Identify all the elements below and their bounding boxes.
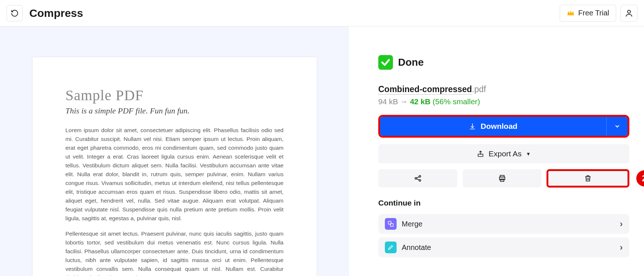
svg-point-0 (628, 10, 630, 13)
size-new: 42 kB (410, 97, 430, 106)
tool-annotate-label: Annotate (402, 243, 431, 252)
continue-in-label: Continue in (378, 199, 629, 207)
top-bar: Compress Free Trial (0, 0, 644, 26)
result-panel: Done Combined-compressed.pdf 94 kB → 42 … (349, 26, 644, 276)
document-preview-pane[interactable]: Sample PDF This is a simple PDF file. Fu… (0, 26, 349, 276)
doc-subtitle: This is a simple PDF file. Fun fun fun. (66, 106, 284, 116)
size-row: 94 kB → 42 kB (56% smaller) (378, 97, 629, 106)
size-old: 94 kB (378, 97, 398, 106)
download-button[interactable]: Download (380, 117, 606, 136)
document-page: Sample PDF This is a simple PDF file. Fu… (33, 57, 317, 276)
content-area: Sample PDF This is a simple PDF file. Fu… (0, 26, 644, 276)
free-trial-label: Free Trial (578, 9, 609, 17)
download-label: Download (481, 122, 517, 131)
caret-down-icon: ▼ (526, 151, 531, 157)
arrow-icon: → (400, 97, 408, 106)
annotate-icon (385, 242, 397, 253)
download-dropdown-button[interactable] (606, 117, 628, 136)
svg-line-5 (416, 177, 419, 178)
filename[interactable]: Combined-compressed (378, 84, 472, 95)
doc-para-1: Lorem ipsum dolor sit amet, consectetuer… (66, 126, 284, 223)
share-icon (414, 174, 422, 182)
delete-button[interactable] (547, 169, 629, 188)
top-right-group: Free Trial (560, 5, 637, 22)
export-icon (477, 150, 484, 157)
download-group: 1 Download (378, 115, 629, 138)
chevron-right-icon: › (620, 242, 623, 253)
crown-icon (567, 10, 575, 17)
top-left-group: Compress (7, 5, 83, 21)
filename-row: Combined-compressed.pdf (378, 84, 629, 94)
doc-para-2: Pellentesque sit amet lectus. Praesent p… (66, 229, 284, 276)
download-icon (469, 123, 476, 130)
svg-line-6 (416, 179, 419, 180)
free-trial-button[interactable]: Free Trial (560, 5, 616, 22)
print-button[interactable] (463, 169, 542, 188)
doc-body: Lorem ipsum dolor sit amet, consectetuer… (66, 126, 284, 276)
annotation-callout-2: 2 (636, 170, 644, 186)
back-button[interactable] (7, 5, 23, 21)
merge-icon (385, 218, 397, 230)
status-row: Done (378, 55, 629, 70)
tool-merge-button[interactable]: Merge › (378, 214, 629, 234)
tool-annotate-button[interactable]: Annotate › (378, 237, 629, 257)
chevron-down-icon (614, 123, 621, 130)
export-as-label: Export As (489, 149, 522, 158)
print-icon (498, 174, 506, 182)
secondary-actions-row: 2 (378, 169, 629, 188)
tool-merge-label: Merge (402, 220, 423, 228)
trash-icon (584, 174, 592, 182)
undo-icon (11, 9, 19, 17)
user-icon (625, 9, 633, 18)
page-title: Compress (29, 7, 83, 19)
export-as-button[interactable]: Export As ▼ (378, 144, 629, 163)
check-icon (378, 55, 393, 70)
user-button[interactable] (621, 5, 637, 22)
status-text: Done (398, 57, 424, 68)
doc-heading: Sample PDF (66, 87, 284, 104)
chevron-right-icon: › (620, 219, 623, 229)
file-extension: .pdf (472, 84, 486, 94)
size-percent: (56% smaller) (433, 97, 480, 106)
share-button[interactable] (378, 169, 457, 188)
